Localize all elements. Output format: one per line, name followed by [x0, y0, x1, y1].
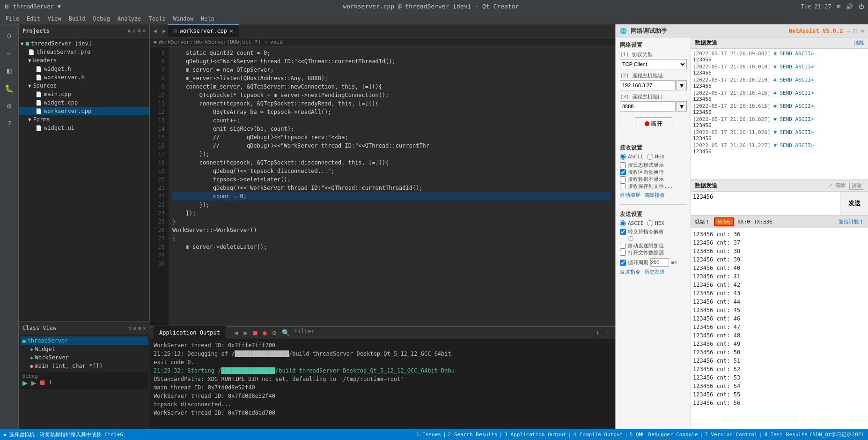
tree-item-widget-h[interactable]: 📄 widget.h	[19, 65, 149, 73]
log-mode-checkbox[interactable]: 按日志模式显示	[620, 162, 687, 169]
menu-build[interactable]: Build	[65, 15, 89, 23]
debug-run-icon[interactable]: ▶	[4, 432, 7, 438]
tree-item-widget-ui[interactable]: 📄 widget.ui	[19, 124, 149, 132]
status-version[interactable]: 7 Version Control	[705, 432, 758, 438]
debug-arrow-icon[interactable]: ⬇	[48, 378, 53, 388]
host-addr-input[interactable]	[620, 80, 676, 90]
sidebar-debug[interactable]: 🐛	[1, 80, 18, 97]
menu-file[interactable]: File	[2, 15, 23, 23]
menu-edit[interactable]: Edit	[23, 15, 44, 23]
status-compile[interactable]: 4 Compile Output	[573, 432, 623, 438]
stop-icon[interactable]: ■	[252, 328, 258, 337]
status-issues[interactable]: 1 Issues	[416, 432, 441, 438]
menu-debug[interactable]: Debug	[89, 15, 114, 23]
send-guide-btn[interactable]: 发送指令	[620, 268, 640, 276]
recv-ascii-option[interactable]: ASCII	[620, 154, 643, 160]
power-icon[interactable]: ⏻	[859, 3, 864, 10]
connect-button[interactable]: 断开	[635, 117, 672, 130]
no-display-checkbox[interactable]: 接收数据不显示	[620, 176, 687, 183]
close-icon[interactable]: ✕	[142, 28, 146, 34]
clear-recv-btn[interactable]: 清除接收	[644, 192, 665, 199]
status-test[interactable]: 8 Test Results	[764, 432, 808, 438]
clear-log-btn[interactable]: 清除	[854, 39, 864, 46]
port-dropdown-btn[interactable]: ▼	[677, 101, 687, 112]
send-ascii-option[interactable]: ASCII	[620, 220, 643, 226]
class-item-widget[interactable]: ◆ Widget	[21, 345, 148, 353]
tree-item-sources[interactable]: ▼ Sources	[19, 82, 149, 90]
reset-count-btn[interactable]: 复位计数！	[839, 218, 864, 225]
auto-send-checkbox[interactable]: 自动发送附加位	[620, 242, 687, 249]
send-button[interactable]: 发送	[840, 192, 868, 215]
search-icon[interactable]: 🔍	[280, 328, 291, 337]
debug-play-icon[interactable]: ▶	[22, 378, 28, 388]
sidebar-help[interactable]: ?	[1, 115, 18, 132]
menu-help[interactable]: Help	[197, 15, 218, 23]
tree-item-main-cpp[interactable]: 📄 main.cpp	[19, 90, 149, 98]
send-hex-option[interactable]: HEX	[647, 220, 664, 226]
code-editor[interactable]: 5678910111213141516171819202122232425262…	[150, 47, 615, 326]
class-refresh-icon[interactable]: ↺	[133, 325, 136, 331]
loop-period-checkbox[interactable]: 循环周期	[620, 259, 648, 266]
dropdown-icon[interactable]: ▼	[58, 3, 61, 10]
minus-icon[interactable]: −	[605, 328, 611, 337]
prev-icon[interactable]: ▶	[242, 328, 249, 337]
tab-nav-left[interactable]: ◀	[150, 28, 161, 34]
sidebar-design[interactable]: ◧	[1, 62, 18, 79]
class-sync-icon[interactable]: ⇅	[128, 325, 132, 331]
escape-help-icon[interactable]: ⓘ	[620, 236, 633, 242]
class-settings-icon[interactable]: ⚙	[138, 325, 141, 331]
open-file-checkbox[interactable]: 打开文件数据源	[620, 249, 687, 256]
settings-icon[interactable]: ⚙	[138, 28, 141, 34]
sidebar-projects[interactable]: ⚙	[1, 97, 18, 114]
auto-wrap-checkbox[interactable]: 接收区自动换行	[620, 169, 687, 176]
tree-item-widget-cpp[interactable]: 📄 widget.cpp	[19, 98, 149, 107]
filter-icon[interactable]: ⇅	[128, 28, 131, 34]
record-icon[interactable]: ●	[261, 328, 268, 337]
code-content[interactable]: static quint32 count = 0; qDebug()<<"Wor…	[169, 47, 615, 326]
status-qml[interactable]: 5 QML Debugger Console	[630, 432, 698, 438]
menu-view[interactable]: View	[44, 15, 65, 23]
tree-item-workserver-cpp[interactable]: 📄 workserver.cpp	[19, 107, 149, 115]
add-icon[interactable]: +	[594, 328, 601, 337]
tree-item-forms[interactable]: ▼ Forms	[19, 115, 149, 124]
protocol-select[interactable]: TCP Client	[620, 59, 687, 69]
menu-tools[interactable]: Tools	[145, 15, 169, 23]
editor-tab-workserver[interactable]: ⊞ workserver.cpp ✕	[168, 24, 239, 37]
debug-play2-icon[interactable]: ▶	[31, 378, 37, 388]
port-input[interactable]	[620, 101, 676, 112]
menu-window[interactable]: Window	[169, 15, 197, 23]
history-send-btn[interactable]: 历史发送	[644, 268, 665, 276]
tree-item-headers[interactable]: ▼ Headers	[19, 56, 149, 65]
host-dropdown-btn[interactable]: ▼	[677, 80, 687, 90]
escape-checkbox[interactable]: 转义符指令解析	[620, 228, 687, 235]
tab-close[interactable]: ✕	[230, 28, 233, 34]
sidebar-edit[interactable]: ✏	[1, 44, 18, 61]
tree-item-threadserver-pro[interactable]: 📄 threadServer.pro	[19, 48, 149, 56]
filter-icon[interactable]: ⚙	[271, 328, 278, 337]
output-tab-appoutput[interactable]: Application Output	[154, 326, 226, 339]
net-minimize-btn[interactable]: —	[846, 28, 850, 34]
tab-nav-right[interactable]: ▶	[161, 28, 168, 34]
run-icon[interactable]: ◀	[233, 328, 239, 337]
status-search[interactable]: 2 Search Results	[448, 432, 498, 438]
minimize-icon[interactable]: ⊞	[837, 3, 840, 10]
class-close-icon[interactable]: ✕	[143, 325, 146, 331]
tree-item-threadserver-project[interactable]: ▼ ■ threadServer [dev]	[19, 39, 149, 48]
save-file-checkbox[interactable]: 接收保存到文件...	[620, 183, 687, 190]
volume-icon[interactable]: 🔊	[846, 3, 853, 10]
send-clear-btn[interactable]: 清除	[849, 182, 864, 190]
class-item-threadserver[interactable]: ■ threadServer	[21, 336, 148, 345]
send-clear-check-btn[interactable]: ✓ 清除	[829, 182, 846, 190]
menu-analyze[interactable]: Analyze	[114, 15, 145, 23]
status-appout[interactable]: 3 Application Output	[504, 432, 566, 438]
data-send-input[interactable]: 123456	[691, 192, 840, 215]
sidebar-welcome[interactable]: ⌂	[1, 26, 18, 43]
loop-period-input[interactable]	[650, 258, 669, 267]
net-close-btn[interactable]: ✕	[861, 28, 864, 34]
auto-clear-btn[interactable]: 自动清屏	[620, 192, 640, 199]
tree-item-workserver-h[interactable]: 📄 workserver.h	[19, 73, 149, 82]
class-item-main[interactable]: ● main (int, char *[])	[21, 362, 148, 370]
net-maximize-btn[interactable]: □	[854, 28, 857, 34]
debug-stop-icon[interactable]: ■	[40, 378, 45, 388]
recv-hex-option[interactable]: HEX	[647, 154, 664, 160]
